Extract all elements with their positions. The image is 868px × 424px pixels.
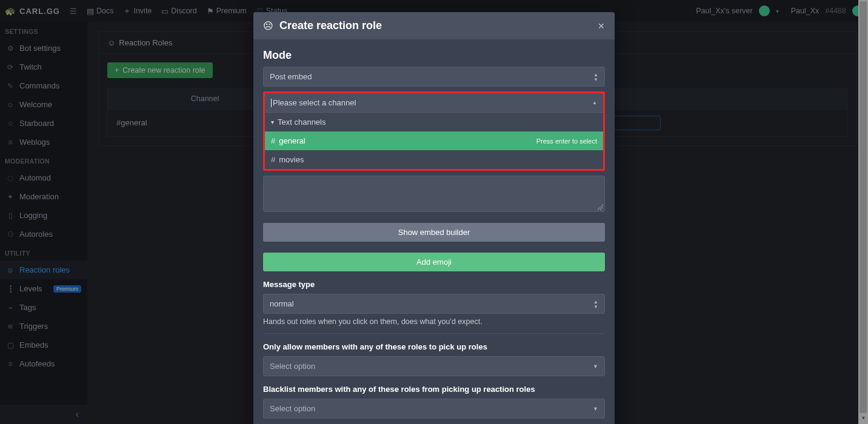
- modal-header: ☹ Create reaction role ✕: [253, 12, 615, 39]
- channel-group-label: Text channels: [278, 118, 326, 127]
- content-textarea[interactable]: [263, 176, 605, 212]
- blacklist-roles-label: Blacklist members with any of these role…: [263, 385, 605, 394]
- close-icon[interactable]: ✕: [598, 21, 605, 31]
- channel-group-header[interactable]: ▾ Text channels: [265, 113, 603, 131]
- mode-label: Mode: [263, 49, 605, 62]
- modal-title: Create reaction role: [279, 19, 382, 32]
- allow-roles-placeholder: Select option: [270, 362, 315, 371]
- resize-handle-icon[interactable]: [597, 204, 603, 210]
- channel-select-dropdown: Please select a channel ▲ ▾ Text channel…: [263, 91, 605, 171]
- allow-roles-select[interactable]: Select option ▼: [263, 356, 605, 376]
- channel-search-input[interactable]: Please select a channel ▲: [265, 93, 603, 113]
- message-type-value: normal: [270, 299, 294, 308]
- channel-name: general: [279, 136, 305, 145]
- message-type-help: Hands out roles when you click on them, …: [263, 317, 605, 326]
- updown-caret-icon: ▲▼: [593, 299, 598, 308]
- chevron-down-icon: ▼: [593, 406, 598, 412]
- message-type-label: Message type: [263, 280, 605, 289]
- sad-face-icon: ☹: [263, 20, 273, 31]
- add-emoji-button[interactable]: Add emoji: [263, 253, 605, 271]
- channel-placeholder: Please select a channel: [273, 98, 356, 107]
- chevron-down-icon: ▾: [271, 119, 274, 125]
- message-type-select[interactable]: normal ▲▼: [263, 294, 605, 314]
- channel-option-movies[interactable]: # movies: [265, 150, 603, 169]
- allow-roles-label: Only allow members with any of these rol…: [263, 342, 605, 351]
- mode-value: Post embed: [270, 72, 312, 81]
- hash-icon: #: [271, 136, 275, 145]
- create-reaction-role-modal: ☹ Create reaction role ✕ Mode Post embed…: [253, 12, 615, 424]
- channel-name: movies: [279, 155, 304, 164]
- show-embed-builder-button[interactable]: Show embed builder: [263, 223, 605, 242]
- chevron-down-icon: ▼: [593, 363, 598, 369]
- blacklist-roles-select[interactable]: Select option ▼: [263, 399, 605, 419]
- updown-caret-icon: ▲▼: [593, 72, 598, 81]
- hash-icon: #: [271, 155, 275, 164]
- chevron-up-icon: ▲: [592, 100, 597, 105]
- blacklist-roles-placeholder: Select option: [270, 404, 315, 413]
- channel-hint: Press enter to select: [536, 137, 597, 145]
- mode-select[interactable]: Post embed ▲▼: [263, 67, 605, 87]
- channel-option-general[interactable]: # general Press enter to select: [265, 131, 603, 150]
